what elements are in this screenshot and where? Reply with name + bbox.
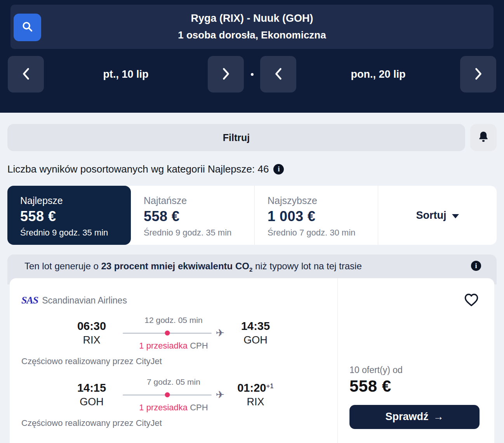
outbound-prev-day-button[interactable] [8,56,44,92]
eco-text-suffix: niż typowy lot na tej trasie [255,261,362,271]
arrival-airport: RIX [236,396,275,408]
arrival-time: 14:35 [236,320,275,333]
flight-track [123,394,212,396]
chevron-left-icon [20,67,32,82]
filter-button[interactable]: Filtruj [7,124,465,151]
stop-airport: CPH [190,403,208,412]
departure-endpoint: 14:15 GOH [72,382,111,408]
return-date-group: pon., 20 lip [260,56,496,92]
departure-airport: RIX [72,334,111,346]
plane-icon: ✈ [216,390,224,400]
price-column: 10 ofert(y) od 558 € Sprawdź → [337,278,494,443]
stops-row: 1 przesiadka CPH [123,341,224,351]
tab-label: Najlepsze [20,195,131,206]
tab-duration: Średnio 9 godz. 35 min [144,228,254,238]
info-icon[interactable]: i [471,261,481,271]
bell-icon [478,131,489,145]
tab-najlepsze[interactable]: Najlepsze 558 € Średnio 9 godz. 35 min [7,186,131,245]
search-summary-bar[interactable]: Ryga (RIX) - Nuuk (GOH) 1 osoba dorosła,… [10,5,494,49]
sort-tabs: Najlepsze 558 € Średnio 9 godz. 35 min N… [7,186,497,245]
stop-airport: CPH [190,341,208,351]
plane-icon: ✈ [216,328,224,338]
favorite-button[interactable] [463,292,480,308]
tab-najszybsze[interactable]: Najszybsze 1 003 € Średnio 7 godz. 30 mi… [254,186,378,245]
outbound-date-group: pt., 10 lip [8,56,244,92]
return-date-label: pon., 20 lip [296,68,460,80]
cta-label: Sprawdź [385,411,428,423]
outbound-next-day-button[interactable] [208,56,244,92]
search-button[interactable] [14,14,41,41]
stops-count: 1 przesiadka [139,341,188,351]
stops-row: 1 przesiadka CPH [123,403,224,413]
filter-row: Filtruj [7,124,497,151]
departure-endpoint: 06:30 RIX [72,320,111,346]
price-alert-button[interactable] [470,124,497,151]
leg-duration: 12 godz. 05 min [123,316,224,325]
arrival-time-value: 14:35 [241,320,270,332]
stops-count: 1 przesiadka [139,403,188,412]
date-separator-dot [244,73,260,76]
departure-airport: GOH [72,396,111,408]
stop-dot [165,331,170,336]
leg-line: ✈ [123,390,224,400]
airline-row: SAS Scandinavian Airlines [21,295,326,306]
results-summary-text: Liczba wyników posortowanych wg kategori… [7,163,269,175]
sas-logo: SAS [21,295,38,306]
caret-down-icon [452,214,459,218]
arrival-airport: GOH [236,334,275,346]
results-page: Filtruj Liczba wyników posortowanych wg … [0,124,504,443]
leg-duration: 7 godz. 05 min [123,377,224,387]
outbound-date-label: pt., 10 lip [44,68,208,80]
chevron-right-icon [220,67,232,82]
flight-details-column: SAS Scandinavian Airlines 06:30 RIX 12 g… [10,278,337,443]
info-icon[interactable]: i [273,164,284,174]
arrival-endpoint: 14:35 GOH [236,320,275,346]
arrival-time: 01:20+1 [236,382,275,394]
tab-duration: Średnio 7 godz. 30 min [268,228,378,238]
tab-najtansze[interactable]: Najtańsze 558 € Średnio 9 godz. 35 min [131,186,254,245]
eco-text-bold: 23 procent mniej ekwiwalentu CO2 [101,261,252,271]
passenger-cabin-summary: 1 osoba dorosła, Ekonomiczna [178,29,326,41]
route-title: Ryga (RIX) - Nuuk (GOH) [191,12,313,24]
tab-label: Najtańsze [144,195,254,206]
arrival-endpoint: 01:20+1 RIX [236,382,275,408]
return-next-day-button[interactable] [460,56,496,92]
leg-middle: 7 godz. 05 min ✈ 1 przesiadka CPH [123,377,224,413]
search-icon [21,20,34,35]
flight-card[interactable]: SAS Scandinavian Airlines 06:30 RIX 12 g… [10,278,494,443]
leg-line: ✈ [123,328,224,338]
leg-middle: 12 godz. 05 min ✈ 1 przesiadka CPH [123,316,224,351]
return-prev-day-button[interactable] [260,56,296,92]
stop-dot [165,392,170,398]
eco-text-prefix: Ten lot generuje o [24,261,99,271]
price-value: 558 € [349,377,480,396]
departure-time: 14:15 [72,382,111,394]
tab-price: 1 003 € [268,208,378,225]
date-navigation: pt., 10 lip pon., 20 lip [8,56,496,92]
airline-name: Scandinavian Airlines [42,295,127,306]
departure-time: 06:30 [72,320,111,333]
tab-price: 558 € [20,208,131,225]
eco-bold-main: 23 procent mniej ekwiwalentu CO [101,261,249,271]
results-summary: Liczba wyników posortowanych wg kategori… [7,163,497,175]
outbound-leg: 06:30 RIX 12 godz. 05 min ✈ 1 przesiadka… [21,316,326,351]
arrival-time-value: 01:20 [237,382,266,394]
tab-label: Najszybsze [268,195,378,206]
flight-track [123,333,212,334]
header: Ryga (RIX) - Nuuk (GOH) 1 osoba dorosła,… [0,0,504,113]
check-deal-button[interactable]: Sprawdź → [349,405,480,429]
chevron-left-icon [273,67,284,82]
operator-note: Częściowo realizowany przez CityJet [21,356,326,366]
eco-subscript: 2 [249,266,252,273]
operator-note: Częściowo realizowany przez CityJet [21,418,326,428]
arrival-day-offset: +1 [266,382,273,390]
heart-icon [463,302,480,308]
sort-label: Sortuj [416,209,447,222]
return-leg: 14:15 GOH 7 godz. 05 min ✈ 1 przesiadka … [21,377,326,413]
tab-price: 558 € [144,208,254,225]
offers-count: 10 ofert(y) od [349,365,480,375]
eco-banner-text: Ten lot generuje o 23 procent mniej ekwi… [24,261,362,273]
arrow-right-icon: → [433,411,444,423]
tab-duration: Średnio 9 godz. 35 min [20,228,131,238]
sort-dropdown[interactable]: Sortuj [378,186,497,245]
